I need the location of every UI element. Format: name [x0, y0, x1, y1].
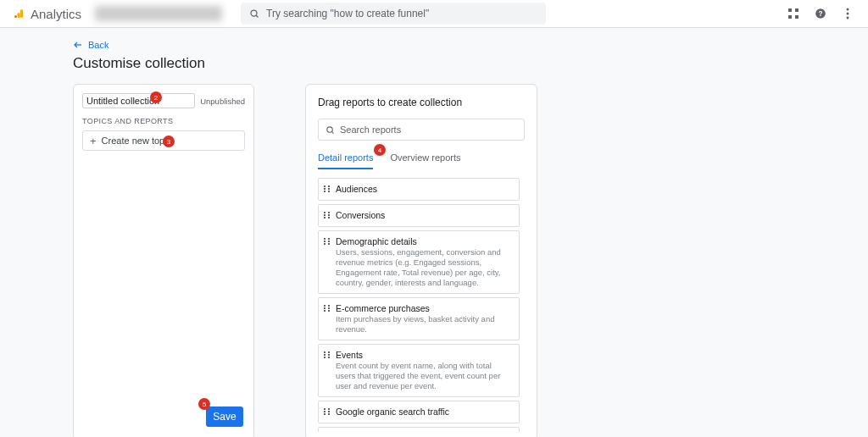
svg-rect-7	[788, 15, 792, 19]
back-link[interactable]: Back	[73, 40, 868, 50]
search-reports-placeholder: Search reports	[340, 124, 401, 135]
topics-reports-label: Topics and reports	[74, 117, 253, 130]
report-item[interactable]: Google organic search traffic	[318, 401, 520, 423]
report-item[interactable]: Demographic detailsUsers, sessions, enga…	[318, 230, 520, 294]
analytics-logo: Analytics	[14, 7, 81, 21]
tutorial-marker-3: 3	[163, 136, 175, 147]
tutorial-marker-4: 4	[374, 144, 386, 156]
drag-handle-icon	[324, 408, 331, 415]
collection-status: Unpublished	[200, 97, 245, 106]
back-label: Back	[88, 40, 108, 50]
svg-point-11	[847, 8, 849, 11]
search-icon	[249, 8, 259, 19]
more-icon[interactable]	[841, 7, 854, 20]
report-name: Audiences	[336, 184, 377, 195]
svg-rect-8	[795, 15, 798, 19]
svg-point-12	[847, 13, 849, 15]
report-list: AudiencesConversionsDemographic detailsU…	[318, 178, 525, 432]
collection-card: 2 Unpublished Topics and reports + Creat…	[73, 84, 254, 437]
drag-handle-icon	[324, 351, 331, 358]
header: Analytics Try searching "how to create f…	[0, 0, 868, 28]
collection-name-input[interactable]	[82, 93, 195, 108]
report-name: Google organic search traffic	[336, 407, 449, 418]
brand-name: Analytics	[31, 7, 81, 21]
report-item[interactable]: Conversions	[318, 204, 520, 227]
reports-card: Drag reports to create collection Search…	[305, 84, 537, 437]
search-icon	[326, 125, 335, 135]
apps-icon[interactable]	[787, 7, 800, 20]
page-content: Back Customise collection 2 Unpublished …	[0, 28, 868, 437]
reports-card-title: Drag reports to create collection	[318, 97, 525, 108]
page-title: Customise collection	[73, 55, 868, 72]
drag-handle-icon	[324, 185, 331, 192]
back-arrow-icon	[73, 40, 83, 50]
tab-detail-reports[interactable]: Detail reports	[318, 152, 373, 169]
report-description: Event count by event name, along with to…	[336, 361, 512, 391]
report-name: E-commerce purchases	[336, 303, 512, 314]
analytics-logo-icon	[14, 8, 25, 19]
create-new-topic-button[interactable]: + Create new topic 3	[82, 130, 245, 151]
save-button[interactable]: Save	[206, 407, 243, 427]
collection-name-row: 2 Unpublished	[74, 85, 253, 117]
svg-point-2	[14, 15, 17, 18]
drag-handle-icon	[324, 212, 331, 218]
search-reports-input[interactable]: Search reports	[318, 119, 525, 141]
svg-point-15	[327, 126, 332, 131]
report-item[interactable]: EventsEvent count by event name, along w…	[318, 344, 520, 397]
report-description: Users, sessions, engagement, conversion …	[336, 247, 512, 288]
svg-rect-0	[20, 9, 23, 18]
svg-line-16	[331, 131, 333, 133]
create-new-topic-label: Create new topic	[102, 136, 172, 146]
drag-handle-icon	[324, 238, 331, 245]
report-name: Demographic details	[336, 236, 512, 247]
header-actions: ?	[787, 7, 854, 20]
report-description: Item purchases by views, basket activity…	[336, 314, 512, 335]
property-name-blurred	[95, 6, 222, 21]
tutorial-marker-2: 2	[150, 91, 162, 103]
report-item[interactable]: In-app purchasesProduct purchases by qua…	[318, 427, 520, 432]
report-name: Events	[336, 350, 512, 361]
svg-line-4	[256, 15, 259, 18]
help-icon[interactable]: ?	[814, 7, 827, 20]
report-item[interactable]: E-commerce purchasesItem purchases by vi…	[318, 297, 520, 340]
svg-rect-5	[788, 8, 792, 12]
svg-point-3	[251, 10, 257, 16]
svg-rect-6	[795, 8, 798, 12]
search-box[interactable]: Try searching "how to create funnel"	[241, 3, 546, 25]
tutorial-marker-5: 5	[198, 398, 210, 410]
report-name: Conversions	[336, 210, 385, 221]
reports-tabs: Detail reports 4 Overview reports	[318, 152, 525, 169]
search-placeholder: Try searching "how to create funnel"	[266, 8, 429, 19]
drag-handle-icon	[324, 305, 331, 312]
svg-text:?: ?	[819, 10, 823, 18]
plus-icon: +	[90, 136, 97, 147]
svg-rect-1	[18, 13, 20, 18]
tab-overview-reports[interactable]: Overview reports	[390, 152, 460, 169]
report-item[interactable]: Audiences	[318, 178, 520, 201]
svg-point-13	[847, 17, 849, 19]
